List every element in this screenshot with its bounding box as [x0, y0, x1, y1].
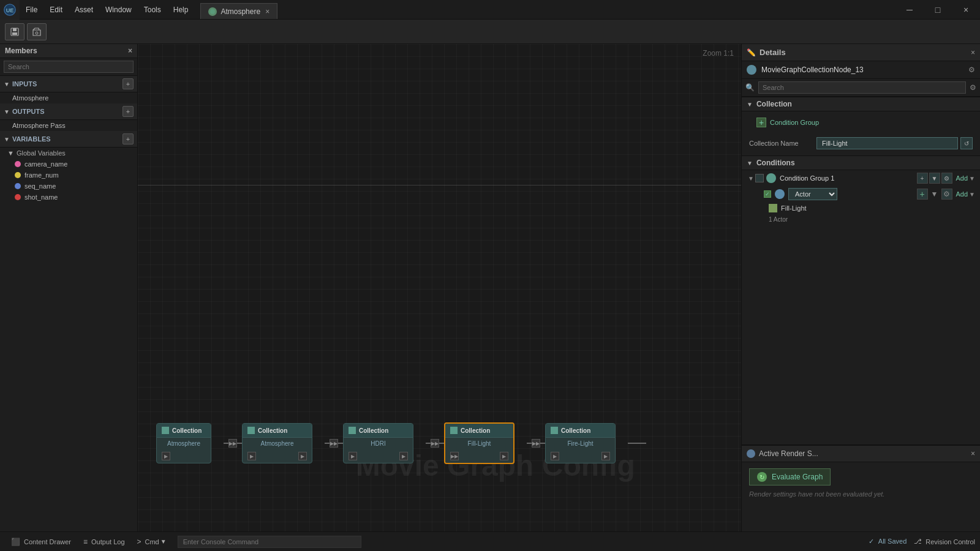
tab-close-btn[interactable]: × [265, 7, 270, 16]
svg-rect-5 [12, 32, 17, 35]
outputs-add-button[interactable]: + [123, 106, 134, 117]
members-close[interactable]: × [128, 47, 132, 55]
tab-atmosphere[interactable]: Atmosphere × [200, 3, 277, 19]
variables-add-button[interactable]: + [123, 133, 134, 144]
plus-icon: + [756, 118, 766, 127]
cg-gear-btn[interactable]: ⚙ [941, 173, 952, 184]
node-atmosphere-partial[interactable]: Collection Atmosphere ▶ [156, 423, 211, 463]
collection-name-input[interactable] [816, 137, 958, 149]
revision-control-button[interactable]: ⎇ Revision Control [914, 538, 975, 545]
app-icon: UE [0, 0, 20, 20]
members-header: Members × [0, 44, 137, 58]
var-frame-num[interactable]: frame_num [0, 170, 137, 181]
condition-group-check[interactable] [755, 174, 764, 182]
maximize-button[interactable]: □ [924, 0, 952, 20]
node0-subtitle: Atmosphere [157, 438, 211, 449]
var-shot-name[interactable]: shot_name [0, 192, 137, 203]
variables-label: VARIABLES [12, 135, 51, 143]
actor-add-button[interactable]: + [917, 189, 928, 200]
menu-asset[interactable]: Asset [69, 0, 99, 19]
outputs-atmosphere-pass-item[interactable]: Atmosphere Pass [0, 120, 137, 131]
node0-port-in: ▶ [162, 452, 170, 460]
members-title: Members [5, 47, 37, 55]
details-settings-icon[interactable]: ⚙ [970, 83, 976, 92]
node-fire-light[interactable]: Collection Fire-Light ▶ ▶ [545, 423, 616, 463]
revision-icon: ⎇ [914, 538, 922, 545]
browse-button[interactable] [27, 23, 47, 40]
condition-group-icon [766, 173, 776, 183]
condition-group-1-row: ▼ Condition Group 1 + ▼ ⚙ Add ▼ [742, 170, 980, 186]
details-search-input[interactable] [758, 81, 966, 94]
variables-section-header[interactable]: ▼ VARIABLES + [0, 131, 137, 148]
inputs-add-button[interactable]: + [123, 78, 134, 89]
output-log-button[interactable]: ≡ Output Log [77, 532, 130, 551]
add-group-label: Condition Group [770, 119, 819, 126]
svg-point-2 [210, 9, 215, 14]
global-variables-header[interactable]: ▼ Global Variables [0, 148, 137, 159]
outputs-arrow: ▼ [4, 108, 10, 115]
conditions-section-divider[interactable]: ▼ Conditions [742, 156, 980, 170]
menu-file[interactable]: File [20, 0, 43, 19]
condition-group-expand[interactable]: ▼ [747, 174, 755, 182]
render-close-button[interactable]: × [971, 449, 975, 458]
content-drawer-button[interactable]: ⬛ Content Drawer [5, 532, 77, 551]
actor-add-label[interactable]: Add [956, 190, 968, 198]
search-input[interactable] [4, 61, 134, 73]
node3-title: Collection [461, 427, 490, 434]
minimize-button[interactable]: ─ [895, 0, 924, 20]
collection-section-divider[interactable]: ▼ Collection [742, 97, 980, 111]
tabs-area: Atmosphere × [200, 0, 895, 19]
svg-rect-9 [770, 205, 776, 211]
actor-down-button[interactable]: ▼ [929, 189, 940, 200]
node-settings-icon[interactable]: ⚙ [968, 66, 975, 74]
var-label-camera: camera_name [24, 160, 67, 168]
cg-add-arrow: ▼ [969, 175, 975, 182]
cmd-arrow: ▼ [160, 538, 167, 545]
output-log-label: Output Log [91, 538, 124, 545]
var-camera-name[interactable]: camera_name [0, 159, 137, 170]
console-input[interactable] [178, 536, 361, 548]
cg-add-btn[interactable]: + [917, 173, 928, 184]
inputs-arrow: ▼ [4, 81, 10, 88]
add-condition-group-button[interactable]: + Condition Group [749, 115, 973, 130]
actor-checkbox[interactable]: ✓ [764, 190, 771, 198]
actor-dropdown[interactable]: Actor [788, 188, 837, 200]
cg-add-label[interactable]: Add [956, 174, 968, 182]
save-button[interactable] [5, 23, 24, 40]
tab-label: Atmosphere [221, 7, 260, 16]
node4-port-out: ▶ [601, 452, 610, 460]
collection-name-row: Collection Name ↺ [742, 133, 980, 153]
collection-name-reset-button[interactable]: ↺ [960, 137, 973, 149]
var-seq-name[interactable]: seq_name [0, 181, 137, 192]
node-atmosphere-full[interactable]: Collection Atmosphere ▶ ▶ [242, 423, 312, 463]
close-button[interactable]: × [952, 0, 980, 20]
menu-edit[interactable]: Edit [43, 0, 69, 19]
var-label-shot: shot_name [24, 193, 58, 201]
inputs-section-header[interactable]: ▼ INPUTS + [0, 76, 137, 92]
inputs-atmosphere-item[interactable]: Atmosphere [0, 92, 137, 103]
cmd-button[interactable]: > Cmd ▼ [131, 532, 173, 551]
content-drawer-label: Content Drawer [24, 538, 71, 545]
render-header: Active Render S... × [742, 446, 980, 462]
node-fill-light[interactable]: Collection Fill-Light ▶▶ ▶ [444, 422, 514, 464]
details-close-button[interactable]: × [971, 48, 975, 57]
trailing-line [628, 443, 646, 444]
actor-gear-button[interactable]: ⚙ [941, 189, 952, 200]
node3-subtitle: Fill-Light [445, 438, 513, 449]
cg-down-btn[interactable]: ▼ [929, 173, 940, 184]
node4-subtitle: Fire-Light [546, 438, 615, 449]
search-icon: 🔍 [745, 83, 755, 92]
render-panel-title: Active Render S... [759, 449, 818, 458]
toolbar [0, 20, 980, 44]
menu-tools[interactable]: Tools [138, 0, 167, 19]
menu-window[interactable]: Window [99, 0, 138, 19]
evaluate-graph-button[interactable]: ↻ Evaluate Graph [749, 468, 831, 485]
nodes-row: Collection Atmosphere ▶ ▶▶ [156, 422, 646, 464]
outputs-section-header[interactable]: ▼ OUTPUTS + [0, 103, 137, 120]
conditions-arrow: ▼ [747, 160, 753, 167]
graph-area[interactable]: Zoom 1:1 Movie Graph Config Collection A… [138, 44, 741, 531]
save-status-label: All Saved [878, 538, 907, 545]
node-hdri[interactable]: Collection HDRI ▶ ▶ [343, 423, 413, 463]
actor-row: ✓ Actor + ▼ ⚙ Add ▼ [742, 186, 980, 202]
menu-help[interactable]: Help [167, 0, 195, 19]
